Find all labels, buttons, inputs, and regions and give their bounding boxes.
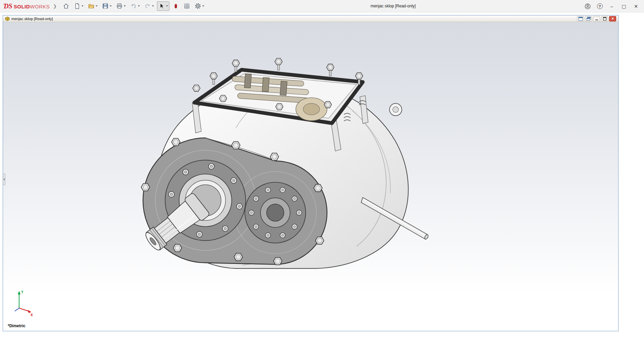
orientation-triad: Y X — [11, 288, 35, 317]
close-button[interactable]: ✕ — [630, 0, 642, 12]
doc-maximize-button[interactable] — [601, 16, 608, 21]
dropdown-caret-icon[interactable] — [124, 5, 126, 7]
print-icon — [116, 3, 123, 9]
maximize-icon — [603, 17, 607, 21]
gearbox-model[interactable] — [139, 57, 429, 274]
collapsed-panel-tab[interactable] — [3, 174, 5, 185]
doc-close-button[interactable]: ✕ — [609, 16, 616, 21]
document-title: menjac sklop [Read-only] — [11, 17, 53, 21]
open-folder-icon — [88, 3, 95, 9]
dropdown-caret-icon[interactable] — [110, 5, 112, 7]
maximize-icon: ▢ — [622, 4, 626, 9]
save-button[interactable] — [101, 1, 113, 11]
windows-cascade-icon — [586, 17, 591, 21]
new-document-button[interactable] — [72, 1, 85, 11]
design-table-icon — [183, 3, 190, 9]
dropdown-caret-icon[interactable] — [138, 5, 140, 7]
viewport-3d[interactable]: Y X *Dimetric — [3, 22, 618, 331]
app-titlebar: ƊS SOLID WORKS ❯ — [0, 0, 644, 12]
y-axis-arrow-icon — [18, 291, 20, 294]
lower-bearing-hub — [245, 182, 306, 243]
dropdown-caret-icon[interactable] — [202, 5, 204, 7]
doc-next-window-button[interactable] — [585, 16, 592, 21]
open-button[interactable] — [87, 1, 99, 11]
minimize-icon: – — [610, 4, 613, 9]
help-button[interactable]: ? — [594, 0, 606, 12]
undo-button[interactable] — [129, 1, 141, 11]
home-icon — [63, 3, 69, 9]
assembly-document-icon — [5, 16, 10, 21]
y-axis-label: Y — [21, 290, 23, 294]
doc-minimize-button[interactable] — [593, 16, 600, 21]
select-cursor-icon — [158, 3, 165, 9]
menu-flyout-arrow-icon[interactable]: ❯ — [53, 4, 57, 9]
dropdown-caret-icon[interactable] — [166, 5, 168, 7]
x-axis-label: X — [31, 313, 33, 317]
dropdown-caret-icon[interactable] — [152, 5, 154, 7]
view-orientation-label: *Dimetric — [8, 324, 25, 328]
z-axis-line — [15, 308, 19, 311]
solidworks-logo: ƊS SOLID WORKS — [3, 2, 50, 10]
save-icon — [102, 3, 109, 9]
document-window-controls: ✕ — [577, 16, 616, 21]
select-tool-button[interactable] — [157, 1, 169, 11]
brand-solid: SOLID — [14, 4, 30, 9]
print-button[interactable] — [115, 1, 127, 11]
ds-logo-mark: ƊS — [3, 2, 12, 10]
minimize-icon — [595, 17, 599, 21]
undo-icon — [130, 3, 137, 9]
account-icon — [584, 3, 591, 10]
render-tools-button[interactable] — [171, 1, 180, 11]
maximize-button[interactable]: ▢ — [618, 0, 630, 12]
close-icon: ✕ — [634, 4, 638, 9]
document-window: menjac sklop [Read-only] — [3, 15, 619, 331]
design-table-button[interactable] — [182, 1, 192, 11]
dropdown-caret-icon[interactable] — [82, 5, 84, 7]
account-button[interactable] — [582, 0, 594, 12]
app-window-controls: ? – ▢ ✕ — [582, 0, 642, 12]
x-axis-arrow-icon — [28, 310, 31, 313]
brand-works: WORKS — [30, 4, 50, 9]
doc-previous-window-button[interactable] — [577, 16, 584, 21]
render-tools-icon — [172, 3, 179, 9]
gear-icon — [195, 3, 201, 9]
window-icon — [578, 17, 583, 21]
redo-icon — [144, 3, 151, 9]
new-document-icon — [74, 3, 80, 9]
app-window-title: menjac sklop [Read-only] — [371, 4, 416, 8]
minimize-button[interactable]: – — [606, 0, 618, 12]
redo-button[interactable] — [143, 1, 155, 11]
help-icon: ? — [597, 3, 603, 9]
options-button[interactable] — [193, 1, 206, 11]
home-button[interactable] — [61, 1, 71, 11]
close-icon: ✕ — [611, 17, 614, 20]
quick-access-toolbar — [61, 1, 206, 11]
dropdown-caret-icon[interactable] — [96, 5, 98, 7]
document-titlebar[interactable]: menjac sklop [Read-only] — [3, 15, 618, 22]
